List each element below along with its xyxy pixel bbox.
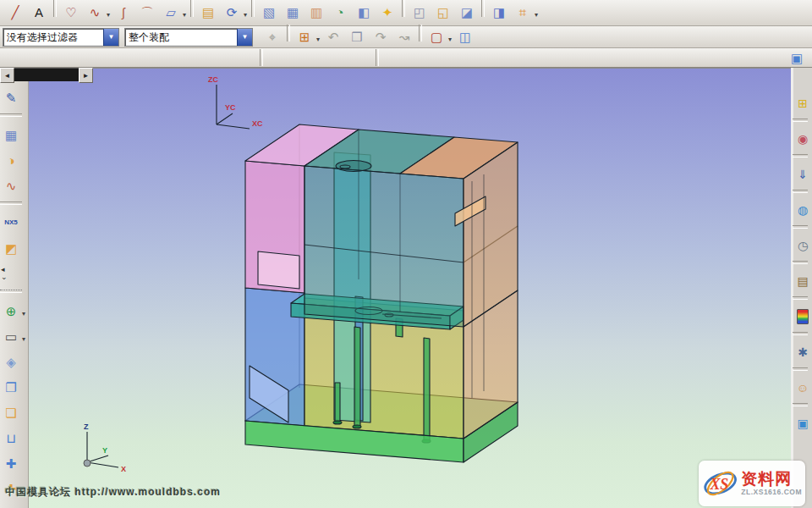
toolbar-separator xyxy=(260,49,263,66)
patch-icon[interactable]: ◪ xyxy=(456,2,478,24)
studio-surface-icon[interactable]: ✦ xyxy=(376,2,398,24)
main-toolbar: ╱A♡∿▾ʃ⌒▱▾▤⟳▾▧▦▥◔◧✦◰◱◪◨⌗▾ xyxy=(0,0,812,26)
window-display-icon[interactable]: ▣ xyxy=(786,47,808,69)
toolbar-separator xyxy=(0,113,22,117)
scroll-right-button[interactable]: ► xyxy=(79,68,93,83)
scroll-left-button[interactable]: ◄ xyxy=(0,68,14,83)
selection-toolbar: 没有选择过滤器 ▼ 整个装配 ▼ ⌖⊞▾↶❒↷↝▢▾◫ xyxy=(0,26,812,48)
toolbar-separator xyxy=(793,261,808,264)
dropdown-caret-icon[interactable]: ▾ xyxy=(242,5,249,25)
offset-surface-icon[interactable]: ◔ xyxy=(329,2,351,24)
selection-filter-value: 没有选择过滤器 xyxy=(3,29,103,46)
bounded-plane-icon[interactable]: ◧ xyxy=(353,2,375,24)
internet-explorer-icon[interactable]: ◍ xyxy=(793,200,812,220)
assembly-navigator-icon[interactable]: ⊞ xyxy=(793,93,812,113)
toolbar-separator xyxy=(793,190,808,193)
dropdown-caret-icon[interactable]: ▾ xyxy=(533,5,540,25)
pad-tool-icon[interactable]: ❏ xyxy=(0,401,22,423)
corner-block-icon[interactable]: ◩ xyxy=(0,237,22,259)
toolbar-separator xyxy=(793,154,808,157)
toolbar-separator xyxy=(793,119,808,122)
dropdown-caret-icon[interactable]: ▾ xyxy=(447,29,453,49)
combo-dropdown-icon[interactable]: ▼ xyxy=(103,29,118,46)
svg-text:XS: XS xyxy=(709,476,728,493)
nx5-part-icon[interactable]: NX5 xyxy=(0,212,22,234)
mesh-surface-icon[interactable]: ▦ xyxy=(282,2,304,24)
xs-logo-icon: XS xyxy=(702,464,738,503)
swept-surface-icon[interactable]: ▥ xyxy=(305,2,327,24)
watermark-brand: 资料网 xyxy=(741,471,802,488)
forum-watermark: 中国模具论坛 http://www.mouldbbs.com xyxy=(5,485,221,500)
scroll-track[interactable] xyxy=(14,68,79,81)
selection-filter-combo[interactable]: 没有选择过滤器 ▼ xyxy=(3,28,119,47)
toolbar-separator xyxy=(793,367,808,371)
dropdown-caret-icon[interactable]: ▾ xyxy=(20,329,27,349)
snap-point-icon[interactable]: ⌖ xyxy=(261,25,283,47)
text-icon[interactable]: A xyxy=(28,2,50,24)
part-navigator-icon[interactable]: ⇓ xyxy=(793,164,812,185)
resource-bar: ⊞◉⇓◍◷▤✱☺▣ xyxy=(791,68,812,508)
left-toolbar: ✎▦◑∿NX5◩◂ ⌄⊕▾▭▾◈❐❏⊔✚✚▣◂ xyxy=(0,68,29,508)
overflow-arrows-icon[interactable]: ◂ ⌄ xyxy=(0,262,14,284)
color-palette-icon[interactable] xyxy=(793,306,812,327)
sew-icon[interactable]: ◰ xyxy=(409,2,431,24)
toolbar-separator xyxy=(251,0,255,17)
roles-icon[interactable]: ☺ xyxy=(793,378,812,398)
pattern-feature-icon[interactable]: ▤ xyxy=(197,2,219,24)
undo-icon[interactable]: ↶ xyxy=(322,25,344,47)
toolbar-separator xyxy=(190,0,194,17)
unite-tool-icon[interactable]: ⊕ xyxy=(0,300,22,322)
join-curve-icon[interactable]: ⌒ xyxy=(136,2,158,24)
toolbar-separator xyxy=(793,403,808,406)
watermark-url: ZL.XS1616.COM xyxy=(741,488,802,496)
wireframe-display-icon[interactable]: ▦ xyxy=(0,124,22,146)
rectangle-select-icon[interactable]: ▢ xyxy=(425,25,447,47)
graphics-viewport[interactable] xyxy=(29,68,791,508)
datum-plane-icon[interactable]: ◈ xyxy=(0,351,22,373)
emboss-icon[interactable]: ⌗ xyxy=(512,2,534,24)
profile-icon[interactable]: ♡ xyxy=(60,2,82,24)
toolbar-separator xyxy=(793,332,808,335)
dropdown-caret-icon[interactable]: ▾ xyxy=(181,5,188,25)
constraint-navigator-icon[interactable]: ◉ xyxy=(793,129,812,149)
redo-icon[interactable]: ↷ xyxy=(370,25,392,47)
revolve-icon[interactable]: ⟳ xyxy=(221,2,243,24)
toolbar-separator xyxy=(481,0,485,17)
tools-icon[interactable]: ✱ xyxy=(793,342,812,362)
toolbar-separator xyxy=(793,225,808,229)
shaded-display-icon[interactable]: ◑ xyxy=(0,149,22,171)
sketch-icon[interactable]: ✎ xyxy=(0,86,22,108)
xform-icon[interactable]: ▱ xyxy=(160,2,182,24)
dropdown-caret-icon[interactable]: ▾ xyxy=(105,5,112,25)
work-part-icon[interactable]: ◫ xyxy=(454,25,476,47)
ziliao-watermark: XS 资料网 ZL.XS1616.COM xyxy=(699,461,805,506)
trim-body-icon[interactable]: ◨ xyxy=(488,2,510,24)
point-constructor-icon[interactable]: ⊞ xyxy=(294,25,315,47)
system-materials-icon[interactable]: ▤ xyxy=(793,271,812,291)
selection-scope-combo[interactable]: 整个装配 ▼ xyxy=(124,28,253,47)
combo-dropdown-icon[interactable]: ▼ xyxy=(237,29,252,46)
toolbar-separator xyxy=(287,25,290,41)
thicken-icon[interactable]: ◱ xyxy=(432,2,454,24)
selection-scope-value: 整个装配 xyxy=(125,29,237,46)
spline-icon[interactable]: ∿ xyxy=(84,2,106,24)
pocket-tool-icon[interactable]: ⊔ xyxy=(0,427,22,449)
history-icon[interactable]: ◷ xyxy=(793,235,812,256)
block-tool-icon[interactable]: ❐ xyxy=(0,376,22,398)
pages-icon[interactable]: ▣ xyxy=(0,503,22,508)
toolbar-separator xyxy=(376,49,379,66)
viewport-h-scrollbar[interactable]: ◄ ► xyxy=(0,68,93,81)
line-icon[interactable]: ╱ xyxy=(4,2,26,24)
erase-icon[interactable]: ❒ xyxy=(346,25,368,47)
sheet-surface-icon[interactable]: ∿ xyxy=(0,174,22,196)
rectangle-tool-icon[interactable]: ▭ xyxy=(0,325,22,347)
bridge-curve-icon[interactable]: ʃ xyxy=(112,2,134,24)
color-palette-icon xyxy=(797,309,809,324)
toolbar-separator xyxy=(419,25,422,41)
dropdown-caret-icon[interactable]: ▾ xyxy=(315,29,321,49)
image-gallery-icon[interactable]: ▣ xyxy=(793,413,812,433)
cross-join-icon[interactable]: ✚ xyxy=(0,452,22,474)
ruled-surface-icon[interactable]: ▧ xyxy=(258,2,280,24)
reorder-icon[interactable]: ↝ xyxy=(393,25,415,47)
dropdown-caret-icon[interactable]: ▾ xyxy=(20,303,27,323)
